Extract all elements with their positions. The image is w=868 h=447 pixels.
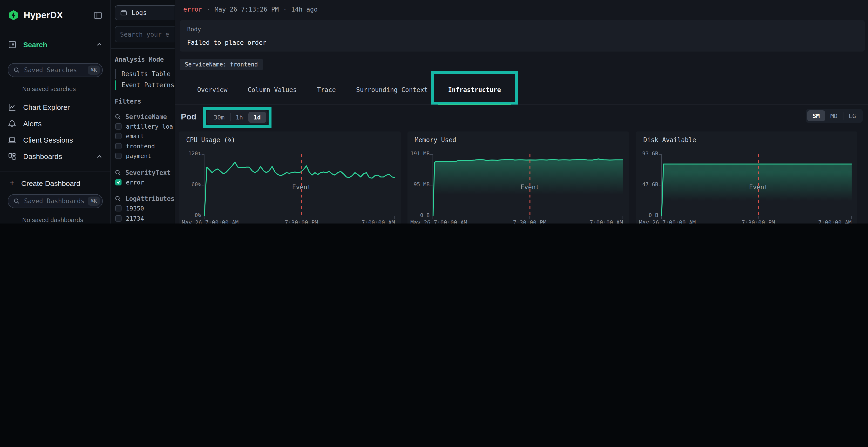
pod-section-title: Pod xyxy=(181,112,196,122)
y-axis-label: 47 GB xyxy=(639,182,658,188)
app-root: HyperDX Search Saved Searches ⌘K No save… xyxy=(0,0,868,224)
filter-value-label: frontend xyxy=(126,143,155,150)
pod-size-option-md[interactable]: MD xyxy=(825,110,843,122)
search-icon[interactable] xyxy=(115,113,121,120)
pod-range-option-1d[interactable]: 1d xyxy=(248,111,266,123)
x-axis-label: 7:30:00 PM xyxy=(285,219,318,224)
event-header: error · May 26 7:13:26 PM · 14h ago xyxy=(183,6,317,13)
pod-size-toggle: SMMDLG xyxy=(806,109,863,123)
app-title: HyperDX xyxy=(24,10,93,21)
chart-body: Event120%60%0%May 26 7:00:00 AM7:30:00 P… xyxy=(179,148,401,224)
mode-label: Results Table xyxy=(122,70,171,77)
event-timestamp: May 26 7:13:26 PM xyxy=(215,6,279,13)
collapse-sidebar-icon[interactable] xyxy=(93,10,103,20)
y-axis-tick xyxy=(202,154,204,154)
sidebar: HyperDX Search Saved Searches ⌘K No save… xyxy=(0,0,111,224)
chart-plot: Event xyxy=(204,154,395,216)
tab-surrounding-context[interactable]: Surrounding Context xyxy=(346,75,438,105)
grid-icon xyxy=(8,152,17,161)
x-axis-tick xyxy=(395,216,395,219)
chevron-up-icon xyxy=(96,41,103,48)
search-icon xyxy=(13,198,20,204)
logs-source-icon xyxy=(120,9,127,16)
sidebar-item-alerts[interactable]: Alerts xyxy=(8,115,103,132)
tab-trace[interactable]: Trace xyxy=(307,75,346,105)
sidebar-item-label: Dashboards xyxy=(23,152,96,161)
saved-searches-input[interactable]: Saved Searches ⌘K xyxy=(8,63,103,77)
y-axis-tick xyxy=(430,185,433,185)
tab-label: Column Values xyxy=(248,86,297,93)
pod-disk-chart-card: Disk AvailableEvent93 GB47 GB0 BMay 26 7… xyxy=(636,132,858,224)
divider xyxy=(0,57,111,57)
filter-value-label: artillery-loa xyxy=(126,123,173,130)
search-icon[interactable] xyxy=(115,196,121,202)
pod-section-header: Pod 30m1h1d xyxy=(181,109,268,125)
mode-indicator-bar xyxy=(115,69,116,79)
checkbox-icon[interactable] xyxy=(115,215,122,221)
sidebar-item-client-sessions[interactable]: Client Sessions xyxy=(8,132,103,148)
checkbox-icon[interactable] xyxy=(115,123,122,130)
y-axis-label: 0% xyxy=(182,213,201,219)
x-axis-tick xyxy=(661,216,661,219)
saved-dashboards-placeholder: Saved Dashboards xyxy=(24,198,88,205)
pod-size-option-lg[interactable]: LG xyxy=(843,110,861,122)
laptop-icon xyxy=(8,136,17,144)
chart-plot: Event xyxy=(433,154,623,216)
tab-label: Overview xyxy=(197,86,227,93)
x-axis-label: May 26 7:00:00 AM xyxy=(410,219,467,224)
pod-range-option-30m[interactable]: 30m xyxy=(208,111,230,123)
x-axis-label: 7:30:00 PM xyxy=(742,219,775,224)
checkbox-checked-icon[interactable] xyxy=(115,179,122,185)
chart-title: CPU Usage (%) xyxy=(179,132,401,148)
x-axis-tick xyxy=(851,216,851,219)
mode-label: Event Patterns xyxy=(122,81,174,89)
checkbox-icon[interactable] xyxy=(115,133,122,139)
sidebar-section-search[interactable]: Search xyxy=(8,38,103,50)
x-axis-tick xyxy=(529,216,530,219)
saved-searches-placeholder: Saved Searches xyxy=(24,66,88,74)
y-axis-tick xyxy=(659,216,661,216)
no-saved-dashboards-text: No saved dashboards xyxy=(22,216,103,224)
event-age: 14h ago xyxy=(291,6,318,13)
checkbox-icon[interactable] xyxy=(115,143,122,149)
event-search-placeholder: Search your e xyxy=(120,31,169,38)
sidebar-item-chart-explorer[interactable]: Chart Explorer xyxy=(8,99,103,115)
sidebar-item-dashboards[interactable]: Dashboards xyxy=(8,148,103,164)
tab-column-values[interactable]: Column Values xyxy=(238,75,307,105)
active-tab-underline xyxy=(438,103,511,105)
chevron-up-icon xyxy=(96,153,103,160)
x-axis-label: 7:30:00 PM xyxy=(513,219,547,224)
pod-memory-chart-card: Memory UsedEvent191 MB95 MB0 BMay 26 7:0… xyxy=(407,132,629,224)
checkbox-icon[interactable] xyxy=(115,153,122,159)
saved-dashboards-input[interactable]: Saved Dashboards ⌘K xyxy=(8,194,103,208)
body-label: Body xyxy=(187,26,858,33)
source-selector-label: Logs xyxy=(132,9,147,16)
bell-icon xyxy=(8,119,17,128)
checkbox-icon[interactable] xyxy=(115,205,122,212)
tab-overview[interactable]: Overview xyxy=(187,75,238,105)
y-axis-label: 95 MB xyxy=(410,182,430,188)
search-icon[interactable] xyxy=(115,169,121,176)
tab-label: Infrastructure xyxy=(448,86,501,93)
chart-title: Disk Available xyxy=(636,132,858,148)
x-axis-label: 7:00:00 AM xyxy=(362,219,395,224)
chart-body: Event191 MB95 MB0 BMay 26 7:00:00 AM7:30… xyxy=(407,148,629,224)
service-name-tag[interactable]: ServiceName: frontend xyxy=(180,59,262,70)
event-detail-panel: error · May 26 7:13:26 PM · 14h ago Body… xyxy=(175,0,868,224)
create-dashboard-button[interactable]: + Create Dashboard xyxy=(8,178,103,188)
divider xyxy=(0,171,111,171)
sidebar-nav: Chart ExplorerAlertsClient SessionsDashb… xyxy=(8,99,103,164)
divider xyxy=(111,48,175,49)
search-icon xyxy=(13,67,20,73)
logo-row: HyperDX xyxy=(8,9,103,22)
tab-label: Trace xyxy=(317,86,336,93)
pod-size-option-sm[interactable]: SM xyxy=(807,110,825,122)
y-axis-tick xyxy=(202,185,204,185)
shortcut-badge: ⌘K xyxy=(88,66,100,75)
pod-range-option-1h[interactable]: 1h xyxy=(230,111,248,123)
x-axis-tick xyxy=(433,216,433,219)
search-section-icon xyxy=(8,40,17,49)
y-axis-label: 0 B xyxy=(639,213,658,219)
mode-indicator-bar xyxy=(115,80,116,90)
tab-infrastructure[interactable]: Infrastructure xyxy=(438,75,511,105)
